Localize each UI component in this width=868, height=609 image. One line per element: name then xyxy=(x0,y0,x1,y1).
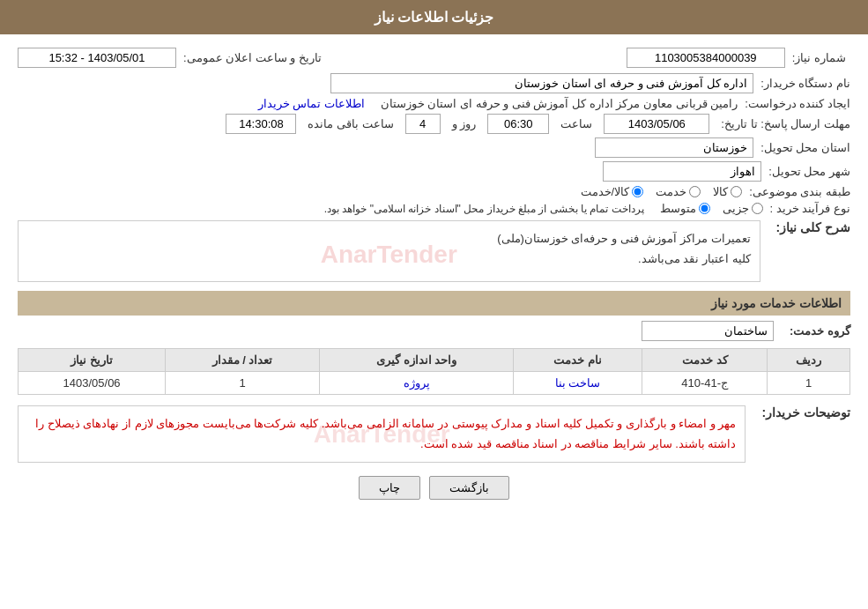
radio-kala-khedmat[interactable] xyxy=(632,186,643,197)
date-label: تاریخ و ساعت اعلان عمومی: xyxy=(183,51,322,64)
cell-date: 1403/05/06 xyxy=(19,372,166,395)
creator-value: رامین قربانی معاون مرکز اداره کل آموزش ف… xyxy=(381,97,738,110)
radio-kala[interactable] xyxy=(731,186,742,197)
radio-khedmat-label[interactable]: خدمت xyxy=(656,185,701,198)
need-number-input[interactable] xyxy=(627,48,785,68)
city-input[interactable] xyxy=(603,161,761,182)
city-label: شهر محل تحویل: xyxy=(768,165,850,178)
deadline-days-input[interactable] xyxy=(405,114,441,134)
province-label: استان محل تحویل: xyxy=(760,141,850,154)
need-desc-box: تعمیرات مراکز آموزش فنی و حرفه‌ای خوزستا… xyxy=(18,220,760,282)
buyer-org-input[interactable] xyxy=(330,73,753,93)
service-group-label: گروه خدمت: xyxy=(790,324,850,338)
col-service-code: کد خدمت xyxy=(642,349,768,372)
category-label: طبقه بندی موضوعی: xyxy=(749,185,850,198)
process-radio-group: جزیی متوسط xyxy=(660,202,763,215)
page-title: جزئیات اطلاعات نیاز xyxy=(375,10,494,25)
cell-unit: پروژه xyxy=(319,372,513,395)
process-label: نوع فرآیند خرید : xyxy=(770,202,850,215)
buyer-notes-value: مهر و امضاء و بارگذاری و تکمیل کلیه اسنا… xyxy=(35,417,736,450)
main-content: شماره نیاز: تاریخ و ساعت اعلان عمومی: نا… xyxy=(0,34,868,522)
cell-row_num: 1 xyxy=(768,372,850,395)
radio-kala-label[interactable]: کالا xyxy=(713,185,742,198)
radio-kala-khedmat-label[interactable]: کالا/خدمت xyxy=(581,185,644,198)
deadline-label: مهلت ارسال پاسخ: تا تاریخ: xyxy=(721,117,850,130)
services-table: ردیف کد خدمت نام خدمت واحد اندازه گیری ت… xyxy=(18,348,850,395)
deadline-date-input[interactable] xyxy=(604,114,709,134)
radio-kala-text: کالا xyxy=(713,185,728,198)
radio-jozvi-text: جزیی xyxy=(723,202,749,215)
buyer-notes-box: مهر و امضاء و بارگذاری و تکمیل کلیه اسنا… xyxy=(18,405,746,463)
col-date: تاریخ نیاز xyxy=(19,349,166,372)
buttons-row: بازگشت چاپ xyxy=(18,476,850,500)
contact-link[interactable]: اطلاعات تماس خریدار xyxy=(258,97,365,110)
buyer-notes-label: توضیحات خریدار: xyxy=(761,405,850,420)
cell-service_code: ج-41-410 xyxy=(642,372,768,395)
deadline-remaining-label: ساعت باقی مانده xyxy=(308,117,393,130)
radio-khedmat[interactable] xyxy=(689,186,701,197)
radio-mottaset-label[interactable]: متوسط xyxy=(660,202,710,215)
services-section-label: اطلاعات خدمات مورد نیاز xyxy=(711,296,842,310)
page-container: جزئیات اطلاعات نیاز شماره نیاز: تاریخ و … xyxy=(0,0,868,609)
need-desc-label: شرح کلی نیاز: xyxy=(776,220,850,234)
cell-service_name: ساخت بنا xyxy=(514,372,642,395)
deadline-remaining-input[interactable] xyxy=(226,114,296,134)
col-quantity: تعداد / مقدار xyxy=(166,349,320,372)
radio-kala-khedmat-text: کالا/خدمت xyxy=(581,185,630,198)
radio-jozvi-label[interactable]: جزیی xyxy=(723,202,763,215)
deadline-time-input[interactable] xyxy=(487,114,549,134)
services-section-header: اطلاعات خدمات مورد نیاز xyxy=(18,291,850,316)
need-number-label: شماره نیاز: xyxy=(792,51,850,64)
col-row-num: ردیف xyxy=(768,349,850,372)
process-note: پرداخت تمام یا بخشی از مبلغ خریداز محل "… xyxy=(324,203,644,215)
need-desc-value: تعمیرات مراکز آموزش فنی و حرفه‌ای خوزستا… xyxy=(27,228,751,270)
radio-mottaset[interactable] xyxy=(699,203,710,214)
province-input[interactable] xyxy=(595,137,753,158)
date-input[interactable] xyxy=(18,48,176,68)
radio-mottaset-text: متوسط xyxy=(660,202,696,215)
radio-khedmat-text: خدمت xyxy=(656,185,686,198)
deadline-days-label: روز و xyxy=(452,117,477,130)
service-group-input[interactable] xyxy=(642,321,774,341)
back-button[interactable]: بازگشت xyxy=(429,476,509,500)
print-button[interactable]: چاپ xyxy=(359,476,420,500)
radio-jozvi[interactable] xyxy=(752,203,763,214)
category-radio-group: کالا خدمت کالا/خدمت xyxy=(581,185,743,198)
cell-quantity: 1 xyxy=(166,372,320,395)
creator-label: ایجاد کننده درخواست: xyxy=(745,97,850,110)
page-header: جزئیات اطلاعات نیاز xyxy=(0,0,868,34)
col-service-name: نام خدمت xyxy=(514,349,642,372)
deadline-time-label: ساعت xyxy=(560,117,592,130)
col-unit: واحد اندازه گیری xyxy=(319,349,513,372)
buyer-org-label: نام دستگاه خریدار: xyxy=(760,77,850,90)
table-row: 1ج-41-410ساخت بناپروژه11403/05/06 xyxy=(19,372,850,395)
